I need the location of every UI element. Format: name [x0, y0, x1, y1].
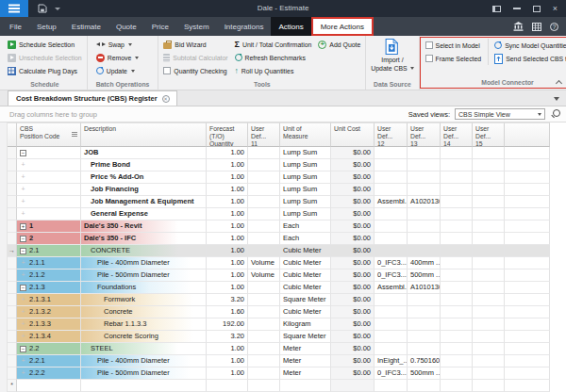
collapse-row-icon[interactable]: −: [20, 285, 26, 291]
expand-row-icon[interactable]: +: [20, 331, 26, 342]
collapse-row-icon[interactable]: −: [20, 236, 26, 242]
user-def-13-cell[interactable]: [408, 233, 441, 245]
user-def-13-cell[interactable]: [408, 184, 441, 196]
unit-cost-cell[interactable]: $0.00: [331, 306, 375, 318]
user-def-13-cell[interactable]: [408, 380, 441, 392]
user-def-15-cell[interactable]: [473, 172, 505, 184]
user-def-13-cell[interactable]: 0.750160: [408, 355, 441, 368]
expand-row-icon[interactable]: +: [20, 257, 26, 269]
close-icon[interactable]: ×: [553, 5, 558, 13]
user-def-12-cell[interactable]: 0_IFC3...: [375, 368, 408, 380]
user-def-12-cell[interactable]: Assembl...: [375, 196, 408, 208]
user-def-14-cell[interactable]: [441, 355, 473, 368]
quantity-checking-button[interactable]: Quantity Checking: [163, 64, 227, 77]
expand-row-icon[interactable]: +: [20, 318, 26, 330]
user-def-13-cell[interactable]: [408, 294, 441, 306]
description-cell[interactable]: Concrete Scoring: [81, 331, 207, 343]
menu-setup[interactable]: Setup: [29, 17, 64, 36]
user-def-13-cell[interactable]: [408, 318, 441, 331]
forecast-cell[interactable]: 1.60: [207, 306, 248, 318]
uom-cell[interactable]: Cubic Meter: [280, 257, 331, 270]
cbs-code-cell[interactable]: −2.2: [17, 343, 81, 355]
user-def-15-cell[interactable]: [473, 159, 505, 172]
user-def-12-cell[interactable]: [375, 343, 408, 355]
menu-actions[interactable]: Actions: [271, 17, 310, 36]
user-def-11-cell[interactable]: [248, 318, 280, 331]
header-description[interactable]: Description: [81, 122, 207, 147]
unschedule-selection-button[interactable]: Unschedule Selection: [8, 51, 82, 64]
user-def-11-cell[interactable]: [248, 184, 280, 196]
cbs-code-cell[interactable]: −2: [17, 233, 81, 245]
description-cell[interactable]: JOB: [81, 147, 207, 159]
user-def-15-cell[interactable]: [473, 184, 505, 196]
user-def-11-cell[interactable]: [248, 380, 280, 392]
forecast-cell[interactable]: 1.00: [207, 245, 248, 257]
description-cell[interactable]: Foundations: [81, 282, 207, 294]
unit-cost-cell[interactable]: $0.00: [331, 233, 375, 245]
user-def-15-cell[interactable]: [473, 147, 505, 159]
expand-row-icon[interactable]: +: [20, 172, 26, 183]
user-def-15-cell[interactable]: [473, 331, 505, 343]
user-def-15-cell[interactable]: [473, 282, 505, 294]
collapse-row-icon[interactable]: −: [20, 150, 26, 156]
cbs-code-cell[interactable]: +2.2.1: [17, 355, 81, 368]
user-def-11-cell[interactable]: [248, 282, 280, 294]
cbs-code-cell[interactable]: +: [17, 172, 81, 184]
user-def-12-cell[interactable]: 0_IFC3...: [375, 270, 408, 282]
select-in-model-option[interactable]: Select in Model: [425, 39, 482, 52]
forecast-cell[interactable]: 1.00: [207, 184, 248, 196]
user-def-13-cell[interactable]: A1010130: [408, 282, 441, 294]
user-def-14-cell[interactable]: [441, 245, 473, 257]
user-def-14-cell[interactable]: [441, 147, 473, 159]
expand-row-icon[interactable]: +: [20, 294, 26, 305]
user-def-13-cell[interactable]: [408, 245, 441, 257]
forecast-cell[interactable]: 1.00: [207, 196, 248, 208]
forecast-cell[interactable]: 1.00: [207, 343, 248, 355]
user-def-13-cell[interactable]: 400mm ...: [408, 257, 441, 270]
user-def-15-cell[interactable]: [473, 245, 505, 257]
user-def-14-cell[interactable]: [441, 172, 473, 184]
unit-cost-cell[interactable]: $0.00: [331, 147, 375, 159]
description-cell[interactable]: CONCRETE: [81, 245, 207, 257]
remove-button[interactable]: Remove: [96, 51, 150, 64]
cbs-code-cell[interactable]: +: [17, 184, 81, 196]
user-def-14-cell[interactable]: [441, 306, 473, 318]
user-def-14-cell[interactable]: [441, 159, 473, 172]
expand-row-icon[interactable]: +: [20, 306, 26, 318]
cbs-code-cell[interactable]: −: [17, 147, 81, 159]
uom-cell[interactable]: Lump Sum: [280, 196, 331, 208]
user-def-12-cell[interactable]: Assembl...: [375, 282, 408, 294]
expand-row-icon[interactable]: +: [20, 355, 26, 367]
maximize-icon[interactable]: [533, 6, 541, 12]
user-def-11-cell[interactable]: [248, 147, 280, 159]
uom-cell[interactable]: Kilogram: [280, 318, 331, 331]
user-def-11-cell[interactable]: [248, 208, 280, 220]
cbs-code-cell[interactable]: −2.1.3: [17, 282, 81, 294]
description-cell[interactable]: [81, 380, 207, 392]
subtotal-calculator-button[interactable]: Subtotal Calculator: [163, 51, 227, 64]
unit-cost-cell[interactable]: $0.00: [331, 172, 375, 184]
expand-row-icon[interactable]: +: [20, 159, 26, 171]
user-def-15-cell[interactable]: [473, 270, 505, 282]
user-def-15-cell[interactable]: [473, 208, 505, 220]
header-forecast-quantity[interactable]: Forecast (T/O) Quantity: [207, 122, 248, 147]
user-def-15-cell[interactable]: [473, 294, 505, 306]
unit-cost-cell[interactable]: $0.00: [331, 257, 375, 270]
unit-cost-cell[interactable]: $0.00: [331, 245, 375, 257]
menu-price[interactable]: Price: [144, 17, 176, 36]
description-cell[interactable]: STEEL: [81, 343, 207, 355]
forecast-cell[interactable]: 1.00: [207, 147, 248, 159]
description-cell[interactable]: Price % Add-On: [81, 172, 207, 184]
forecast-cell[interactable]: 1.00: [207, 355, 248, 368]
user-def-11-cell[interactable]: [248, 196, 280, 208]
user-def-15-cell[interactable]: [473, 355, 505, 368]
unit-cost-cell[interactable]: $0.00: [331, 184, 375, 196]
user-def-12-cell[interactable]: [375, 220, 408, 233]
user-def-11-cell[interactable]: [248, 245, 280, 257]
cbs-code-cell[interactable]: +: [17, 159, 81, 172]
unit-cost-cell[interactable]: $0.00: [331, 196, 375, 208]
expand-row-icon[interactable]: +: [20, 223, 26, 230]
help-icon[interactable]: ?: [550, 23, 558, 31]
uom-cell[interactable]: Lump Sum: [280, 184, 331, 196]
user-def-11-cell[interactable]: [248, 331, 280, 343]
